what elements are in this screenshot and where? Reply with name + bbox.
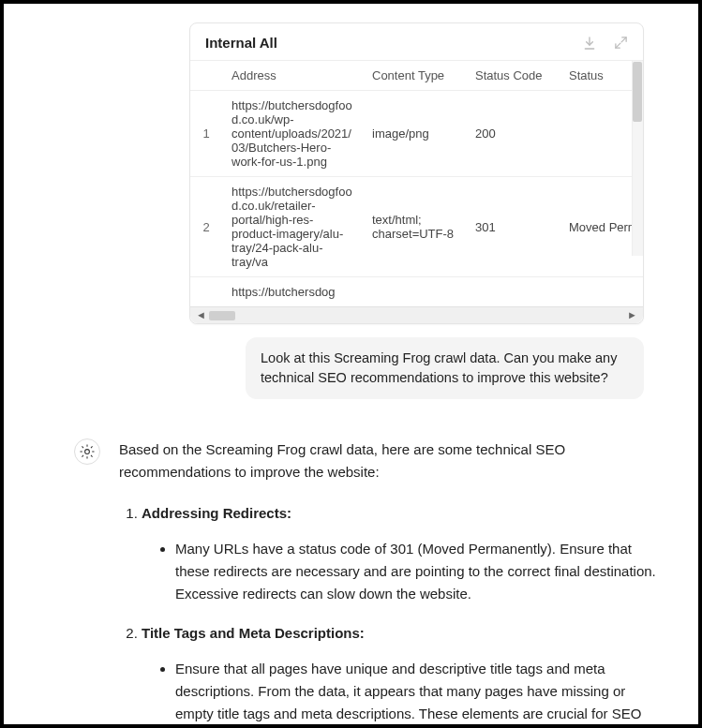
item-heading: Title Tags and Meta Descriptions: (142, 625, 365, 641)
download-icon[interactable] (582, 36, 597, 51)
cell-status (560, 91, 643, 177)
list-item: Title Tags and Meta Descriptions: Ensure… (142, 622, 663, 724)
table-row[interactable]: 2 https://butchersdogfood.co.uk/retailer… (190, 177, 643, 277)
cell-status-code: 301 (466, 177, 560, 277)
cell-status: Moved Perma (560, 177, 643, 277)
vertical-scroll-thumb[interactable] (633, 62, 642, 122)
bullet: Many URLs have a status code of 301 (Mov… (175, 538, 663, 605)
cell-address: https://butchersdogfood.co.uk/wp-content… (222, 91, 363, 177)
cell-status-code: 200 (466, 91, 560, 177)
cell-status-code (466, 277, 560, 307)
vertical-scrollbar[interactable] (632, 61, 643, 256)
cell-content-type (363, 277, 466, 307)
cell-index: 2 (190, 177, 222, 277)
table-row[interactable]: 1 https://butchersdogfood.co.uk/wp-conte… (190, 91, 643, 177)
assistant-intro: Based on the Screaming Frog crawl data, … (119, 438, 663, 483)
list-item: Addressing Redirects: Many URLs have a s… (142, 502, 663, 605)
cell-address: https://butchersdog (222, 277, 363, 307)
table-row[interactable]: https://butchersdog (190, 277, 643, 307)
col-content-type[interactable]: Content Type (363, 61, 466, 91)
col-index[interactable] (190, 61, 222, 91)
cell-content-type: image/png (363, 91, 466, 177)
expand-icon[interactable] (614, 36, 628, 51)
cell-address: https://butchersdogfood.co.uk/retailer-p… (222, 177, 363, 277)
item-heading: Addressing Redirects: (142, 505, 291, 521)
assistant-avatar-icon (74, 438, 100, 465)
col-address[interactable]: Address (222, 61, 363, 91)
cell-content-type: text/html; charset=UTF-8 (363, 177, 466, 277)
table-header-row: Address Content Type Status Code Status (190, 61, 643, 91)
cell-index: 1 (190, 91, 222, 177)
svg-point-0 (85, 450, 90, 454)
card-title: Internal All (205, 35, 277, 51)
horizontal-scrollbar[interactable]: ◄ ► (190, 306, 643, 323)
assistant-message: Based on the Screaming Frog crawl data, … (32, 438, 670, 724)
crawl-table: Address Content Type Status Code Status … (190, 61, 643, 306)
col-status[interactable]: Status (560, 61, 643, 91)
scroll-left-icon[interactable]: ◄ (196, 309, 206, 320)
cell-index (190, 277, 222, 307)
horizontal-scroll-thumb[interactable] (209, 311, 235, 320)
user-message: Look at this Screaming Frog crawl data. … (246, 337, 644, 399)
bullet: Ensure that all pages have unique and de… (175, 658, 663, 724)
scroll-right-icon[interactable]: ► (627, 309, 637, 320)
col-status-code[interactable]: Status Code (466, 61, 560, 91)
cell-status (560, 277, 643, 307)
crawl-data-card: Internal All (189, 22, 644, 324)
